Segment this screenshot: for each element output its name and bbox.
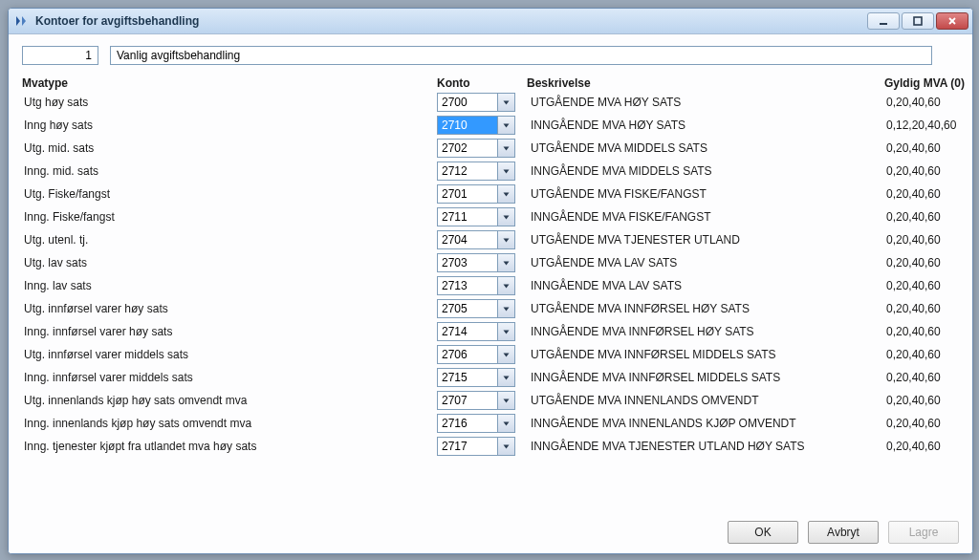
konto-input[interactable] [438,185,497,203]
mvatype-cell: Utg. Fiske/fangst [22,187,433,201]
svg-marker-14 [504,284,510,288]
svg-marker-12 [504,238,510,242]
chevron-down-icon[interactable] [497,300,514,317]
konto-combo[interactable] [437,276,515,295]
grid-header: Mvatype Konto Beskrivelse Gyldig MVA (0) [22,73,959,92]
mvatype-cell: Utg. mid. sats [22,141,433,155]
svg-marker-7 [504,123,510,127]
konto-combo[interactable] [437,139,515,158]
konto-combo[interactable] [437,93,515,112]
konto-input[interactable] [438,277,497,294]
gyldig-mva-cell: 0,20,40,60 [884,210,970,224]
close-button[interactable] [936,12,968,30]
konto-combo[interactable] [437,322,515,341]
grid-rows: Utg høy satsUTGÅENDE MVA HØY SATS0,20,40… [22,92,959,457]
chevron-down-icon[interactable] [497,185,514,203]
konto-input[interactable] [438,208,497,226]
konto-combo[interactable] [437,437,515,456]
window-controls [867,12,968,30]
konto-input[interactable] [438,392,497,409]
mvatype-cell: Utg. lav sats [22,256,433,269]
konto-combo[interactable] [437,299,515,318]
beskrivelse-cell: UTGÅENDE MVA LAV SATS [527,256,881,269]
beskrivelse-cell: UTGÅENDE MVA HØY SATS [527,96,881,109]
cancel-button[interactable]: Avbryt [808,521,879,544]
konto-combo[interactable] [437,253,515,272]
konto-combo[interactable] [437,345,515,364]
mvatype-cell: Utg. utenl. tj. [22,233,433,247]
svg-marker-13 [504,261,510,265]
beskrivelse-cell: UTGÅENDE MVA TJENESTER UTLAND [527,233,881,247]
minimize-button[interactable] [867,12,900,30]
mvatype-cell: Inng. mid. sats [22,164,433,178]
beskrivelse-cell: INNGÅENDE MVA INNFØRSEL HØY SATS [527,325,881,338]
gyldig-mva-cell: 0,12,20,40,60 [884,118,970,132]
chevron-down-icon[interactable] [497,117,514,134]
chevron-down-icon[interactable] [497,94,514,111]
mvatype-cell: Inng. Fiske/fangst [22,210,433,224]
svg-marker-9 [504,169,510,173]
konto-combo[interactable] [437,414,515,433]
konto-input[interactable] [438,162,497,180]
table-row: Inng. tjenester kjøpt fra utlandet mva h… [22,436,959,457]
chevron-down-icon[interactable] [497,438,514,455]
ok-button[interactable]: OK [728,521,798,544]
chevron-down-icon[interactable] [497,162,514,180]
chevron-down-icon[interactable] [497,231,514,248]
konto-combo[interactable] [437,368,515,387]
konto-input[interactable] [438,346,497,363]
konto-combo[interactable] [437,116,515,135]
chevron-down-icon[interactable] [497,323,514,340]
mvatype-cell: Inng. innførsel varer middels sats [22,371,433,384]
chevron-down-icon[interactable] [497,415,514,432]
mvatype-cell: Utg høy sats [22,96,433,109]
chevron-down-icon[interactable] [497,369,514,386]
konto-combo[interactable] [437,230,515,249]
konto-input[interactable] [438,415,497,432]
konto-combo[interactable] [437,207,515,226]
konto-input[interactable] [438,438,497,455]
titlebar[interactable]: Kontoer for avgiftsbehandling [9,9,972,34]
beskrivelse-cell: UTGÅENDE MVA MIDDELS SATS [527,141,881,155]
chevron-down-icon[interactable] [497,346,514,363]
name-input[interactable] [110,46,932,65]
maximize-button[interactable] [902,12,934,30]
code-input[interactable] [22,46,98,65]
svg-marker-6 [504,100,510,104]
gyldig-mva-cell: 0,20,40,60 [884,417,970,430]
chevron-down-icon[interactable] [497,140,514,157]
konto-input[interactable] [438,117,497,134]
save-button[interactable]: Lagre [888,521,959,544]
beskrivelse-cell: INNGÅENDE MVA LAV SATS [527,279,881,292]
gyldig-mva-cell: 0,20,40,60 [884,440,970,453]
app-window: Kontoer for avgiftsbehandling Mvatype [8,8,973,554]
mvatype-cell: Inng. tjenester kjøpt fra utlandet mva h… [22,440,433,453]
konto-combo[interactable] [437,391,515,410]
chevron-down-icon[interactable] [497,277,514,294]
chevron-down-icon[interactable] [497,392,514,409]
svg-marker-21 [504,444,510,448]
beskrivelse-cell: INNGÅENDE MVA INNENLANDS KJØP OMVENDT [527,417,881,430]
konto-combo[interactable] [437,162,515,181]
konto-input[interactable] [438,300,497,317]
table-row: Inng. innførsel varer middels satsINNGÅE… [22,367,959,388]
svg-marker-11 [504,215,510,219]
table-row: Utg høy satsUTGÅENDE MVA HØY SATS0,20,40… [22,92,959,113]
konto-input[interactable] [438,94,497,111]
svg-marker-1 [22,16,26,26]
konto-input[interactable] [438,231,497,248]
svg-marker-16 [504,330,510,334]
konto-input[interactable] [438,140,497,157]
konto-combo[interactable] [437,184,515,204]
konto-input[interactable] [438,323,497,340]
gyldig-mva-cell: 0,20,40,60 [884,394,970,407]
table-row: Utg. utenl. tj.UTGÅENDE MVA TJENESTER UT… [22,229,959,250]
svg-marker-20 [504,421,510,425]
gyldig-mva-cell: 0,20,40,60 [884,348,970,361]
konto-input[interactable] [438,369,497,386]
svg-marker-0 [16,16,20,26]
konto-input[interactable] [438,254,497,271]
chevron-down-icon[interactable] [497,254,514,271]
chevron-down-icon[interactable] [497,208,514,226]
beskrivelse-cell: INNGÅENDE MVA HØY SATS [527,118,881,132]
